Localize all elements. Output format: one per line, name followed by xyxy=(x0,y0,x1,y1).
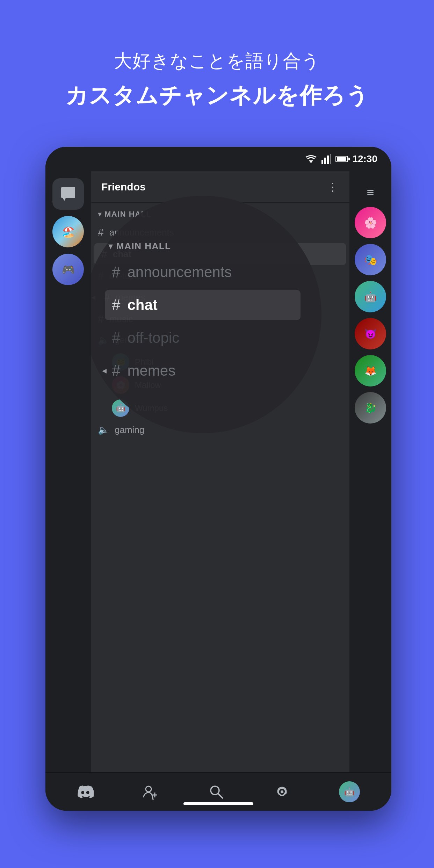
server-icon-chat[interactable] xyxy=(52,178,84,210)
server-name: Friendos xyxy=(101,181,146,193)
overlay-category-name: MAIN HALL xyxy=(116,241,171,252)
hamburger-icon[interactable]: ≡ xyxy=(367,178,374,207)
channel-list: Friendos ⋮ ▾ MAIN HALL # announcements #… xyxy=(91,171,349,772)
overlay-channel-name-memes: memes xyxy=(127,362,175,379)
overlay-category-arrow: ▾ xyxy=(108,241,113,252)
member-avatar-6: 🐉 xyxy=(355,392,386,424)
add-friend-icon xyxy=(142,783,159,800)
overlay-channel-off-topic[interactable]: # off-topic xyxy=(105,323,301,353)
voice-channel-name-gaming: gaming xyxy=(115,425,144,435)
hash-icon-announcements: # xyxy=(98,226,104,238)
svg-point-7 xyxy=(146,786,151,792)
status-bar: 12:30 xyxy=(45,147,391,171)
top-text-section: 大好きなことを語り合う カスタムチャンネルを作ろう xyxy=(0,0,434,132)
overlay-hash-chat: # xyxy=(112,296,120,314)
battery-icon xyxy=(335,156,348,162)
profile-avatar: 🤖 xyxy=(339,781,360,802)
voice-icon-gaming: 🔈 xyxy=(98,425,109,435)
top-title: カスタムチャンネルを作ろう xyxy=(0,80,434,111)
discord-logo-icon xyxy=(77,783,94,800)
member-avatar-1: 🌸 xyxy=(355,207,386,238)
overlay-channel-chat[interactable]: # chat xyxy=(105,290,301,320)
nav-home[interactable] xyxy=(70,780,101,804)
overlay-hash-off-topic: # xyxy=(112,329,120,347)
svg-rect-1 xyxy=(321,160,323,164)
status-time: 12:30 xyxy=(352,153,377,165)
nav-friends[interactable] xyxy=(135,780,166,804)
phone-mockup: 12:30 🏖️ 🎮 xyxy=(45,147,391,811)
member-avatar-2: 🎭 xyxy=(355,244,386,275)
home-indicator xyxy=(183,802,253,805)
svg-rect-5 xyxy=(61,187,75,198)
overlay-category: ▾ MAIN HALL xyxy=(105,241,301,252)
chat-bubble-icon xyxy=(59,185,77,203)
server-icon-2[interactable]: 🎮 xyxy=(52,254,84,285)
nav-search[interactable] xyxy=(201,780,232,804)
server-icon-1[interactable]: 🏖️ xyxy=(52,216,84,247)
svg-rect-2 xyxy=(324,158,326,164)
svg-line-11 xyxy=(218,794,223,798)
member-avatar-3: 🤖 xyxy=(355,281,386,312)
svg-rect-4 xyxy=(330,154,331,164)
overlay-channel-memes[interactable]: ◂ # memes xyxy=(105,356,301,386)
svg-marker-0 xyxy=(309,160,313,163)
overlay-memes-indicator: ◂ xyxy=(102,365,107,376)
overlay-channel-announcements[interactable]: # announcements xyxy=(105,257,301,287)
magnify-overlay: ▾ MAIN HALL # announcements # chat xyxy=(91,196,321,433)
app-layout: 🏖️ 🎮 Friendos ⋮ ▾ MAIN HALL xyxy=(45,171,391,772)
nav-mentions[interactable] xyxy=(267,780,297,804)
svg-rect-3 xyxy=(327,155,329,164)
page-background: 大好きなことを語り合う カスタムチャンネルを作ろう xyxy=(0,0,434,868)
top-subtitle: 大好きなことを語り合う xyxy=(0,49,434,73)
wifi-icon xyxy=(305,154,317,164)
right-panel: ≡ 🌸 🎭 🤖 😈 🦊 🐉 xyxy=(349,171,391,772)
overlay-hash-memes: # xyxy=(112,362,120,379)
member-avatar-5: 🦊 xyxy=(355,355,386,386)
header-more-icon[interactable]: ⋮ xyxy=(327,180,339,194)
overlay-channel-name-announcements: announcements xyxy=(127,264,232,281)
member-avatar-4: 😈 xyxy=(355,318,386,349)
server-sidebar: 🏖️ 🎮 xyxy=(45,171,91,772)
svg-point-13 xyxy=(281,790,283,793)
status-icons: 12:30 xyxy=(305,153,377,165)
overlay-channel-name-chat: chat xyxy=(127,297,157,313)
signal-icon xyxy=(321,154,331,164)
overlay-channel-name-off-topic: off-topic xyxy=(127,330,179,346)
overlay-hash-announcements: # xyxy=(112,263,120,281)
nav-profile[interactable]: 🤖 xyxy=(332,778,367,806)
mentions-icon xyxy=(274,783,290,800)
category-arrow-icon: ▾ xyxy=(98,210,102,219)
svg-marker-6 xyxy=(63,198,66,201)
search-icon xyxy=(208,783,225,800)
